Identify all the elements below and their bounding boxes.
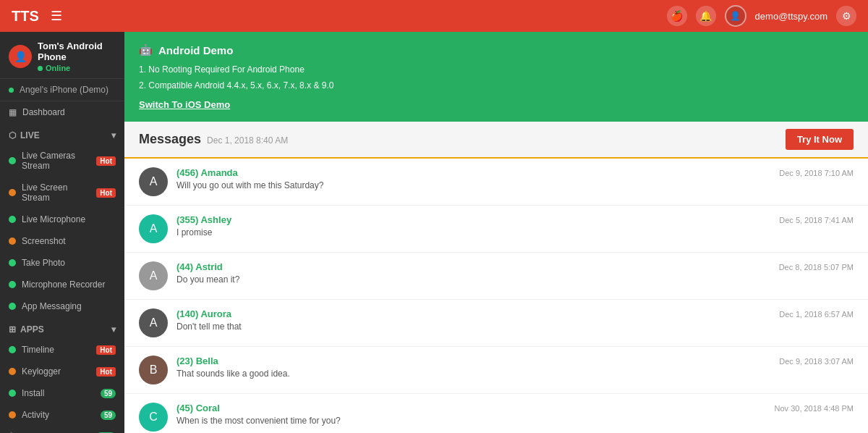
top-header: TTS ☰ 🍎 🔔 👤 demo@ttspy.com ⚙ [0,0,868,32]
android-icon: 🤖 [139,43,153,56]
timeline-badge: Hot [96,345,116,355]
msg-time: Dec 8, 2018 5:07 PM [779,261,854,272]
install-dot [9,390,16,397]
avatar: A [139,167,168,196]
keylogger-label: Keylogger [22,366,61,377]
live-mic-label: Live Microphone [22,214,85,224]
screenshot-dot [9,237,16,245]
sidebar-item-call-history[interactable]: 📞 Call Hisotry 484 [0,426,124,433]
user-avatar[interactable]: 👤 [725,5,746,27]
msg-text: That sounds like a good idea. [176,369,770,379]
sidebar-item-keylogger[interactable]: Keylogger Hot [0,361,124,382]
content-area: 🤖 Android Demo 1. No Rooting Required Fo… [124,32,868,433]
main-layout: 👤 Tom's Android Phone Online Angel's iPh… [0,32,868,433]
apps-icon: ⊞ [9,324,16,335]
try-it-now-button[interactable]: Try It Now [786,129,854,150]
msg-text: I promise [176,227,770,237]
second-device[interactable]: Angel's iPhone (Demo) [0,79,124,101]
msg-time: Dec 9, 2018 3:07 AM [779,356,854,366]
banner-line2: 2. Compatible Android 4.4.x, 5.x, 6.x, 7… [139,78,854,94]
live-mic-dot [9,216,16,223]
msg-time: Dec 9, 2018 7:10 AM [779,167,854,177]
list-item[interactable]: A (44) Astrid Do you mean it? Dec 8, 201… [124,253,868,300]
message-list: A (456) Amanda Will you go out with me t… [124,159,868,433]
list-item[interactable]: B (23) Bella That sounds like a good ide… [124,347,868,394]
msg-text: Don't tell me that [176,321,770,332]
dashboard-label: Dashboard [22,107,65,117]
sidebar-item-mic-recorder[interactable]: Microphone Recorder [0,274,124,295]
msg-name: (44) Astrid [176,261,770,272]
live-screen-dot [9,189,16,196]
live-screen-label: Live Screen Stream [22,182,90,203]
device-section: 👤 Tom's Android Phone Online [0,32,124,79]
switch-to-ios-link[interactable]: Switch To iOS Demo [139,99,230,110]
live-cameras-badge: Hot [96,156,116,166]
app-messaging-dot [9,303,16,310]
sidebar-item-take-photo[interactable]: Take Photo [0,252,124,274]
apps-label: Apps [20,324,44,335]
msg-text: When is the most convenient time for you… [176,416,766,426]
device-avatar: 👤 [9,45,32,68]
apple-icon[interactable]: 🍎 [667,6,687,26]
live-screen-badge: Hot [96,188,116,198]
msg-name: (355) Ashley [176,214,770,225]
timeline-dot [9,346,16,353]
sidebar-item-install[interactable]: Install 59 [0,382,124,404]
android-banner: 🤖 Android Demo 1. No Rooting Required Fo… [124,32,868,122]
msg-name: (23) Bella [176,356,770,366]
sidebar-item-timeline[interactable]: Timeline Hot [0,339,124,361]
activity-dot [9,411,16,419]
dashboard-icon: ▦ [9,107,17,117]
sidebar-item-screenshot[interactable]: Screenshot [0,230,124,252]
avatar: A [139,261,168,290]
avatar: B [139,356,168,384]
list-item[interactable]: A (456) Amanda Will you go out with me t… [124,159,868,206]
messages-header: Messages Dec 1, 2018 8:40 AM Try It Now [124,122,868,159]
live-cameras-dot [9,157,16,164]
install-badge: 59 [101,389,116,398]
msg-content: (44) Astrid Do you mean it? [176,261,770,285]
mic-recorder-label: Microphone Recorder [22,279,105,290]
user-email: demo@ttspy.com [755,11,827,22]
notification-icon[interactable]: 🔔 [696,6,716,26]
msg-name: (140) Aurora [176,308,770,319]
device-status: Online [38,64,116,72]
banner-title: 🤖 Android Demo [139,43,854,56]
live-chevron-icon: ▾ [111,130,116,140]
device-name: 👤 Tom's Android Phone Online [9,41,116,72]
sidebar-item-live-microphone[interactable]: Live Microphone [0,209,124,230]
messages-date: Dec 1, 2018 8:40 AM [207,135,288,146]
settings-icon[interactable]: ⚙ [836,6,856,26]
list-item[interactable]: A (140) Aurora Don't tell me that Dec 1,… [124,300,868,347]
msg-name: (456) Amanda [176,167,770,178]
msg-text: Do you mean it? [176,274,770,285]
msg-content: (355) Ashley I promise [176,214,770,237]
logo: TTS [12,8,39,25]
msg-content: (23) Bella That sounds like a good idea. [176,356,770,379]
second-device-label: Angel's iPhone (Demo) [20,85,109,95]
list-item[interactable]: C (45) Coral When is the most convenient… [124,394,868,433]
banner-line1: 1. No Rooting Required For Android Phone [139,62,854,78]
hamburger-icon[interactable]: ☰ [51,8,667,24]
sidebar: 👤 Tom's Android Phone Online Angel's iPh… [0,32,124,433]
device-name-label: Tom's Android Phone [38,41,116,62]
avatar: A [139,214,168,243]
sidebar-item-live-screen[interactable]: Live Screen Stream Hot [0,177,124,209]
live-label: Live [20,130,40,140]
apps-section-header: ⊞ Apps ▾ [0,317,124,339]
sidebar-item-app-messaging[interactable]: App Messaging [0,295,124,317]
activity-label: Activity [22,410,49,420]
list-item[interactable]: A (355) Ashley I promise Dec 5, 2018 7:4… [124,206,868,253]
sidebar-item-live-cameras[interactable]: Live Cameras Stream Hot [0,145,124,177]
live-section-header: ⬡ Live ▾ [0,123,124,145]
online-dot [38,66,43,71]
live-icon: ⬡ [9,130,16,140]
sidebar-item-activity[interactable]: Activity 59 [0,404,124,426]
messages-title: Messages Dec 1, 2018 8:40 AM [139,132,288,147]
screenshot-label: Screenshot [22,236,66,246]
msg-name: (45) Coral [176,403,766,413]
sidebar-item-dashboard[interactable]: ▦ Dashboard [0,101,124,123]
msg-time: Dec 5, 2018 7:41 AM [779,214,854,224]
mic-recorder-dot [9,281,16,288]
install-label: Install [22,388,44,398]
